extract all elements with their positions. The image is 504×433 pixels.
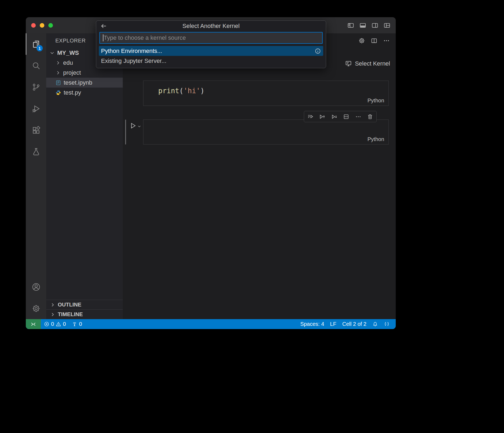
activity-settings[interactable] bbox=[26, 298, 46, 319]
notebook-cell-2: Python bbox=[143, 120, 389, 145]
run-icon bbox=[129, 122, 137, 129]
explorer-sidebar: EXPLORER MY_WS edu project teset.ipynb bbox=[46, 33, 123, 319]
notifications-button[interactable] bbox=[369, 319, 381, 329]
section-timeline[interactable]: TIMELINE bbox=[46, 309, 123, 319]
split-editor-icon[interactable] bbox=[371, 37, 377, 44]
kernel-source-input[interactable] bbox=[100, 33, 322, 43]
editor-actions bbox=[358, 37, 390, 44]
kernel-quick-pick: Select Another Kernel Python Environment… bbox=[96, 20, 326, 68]
execute-cell-and-below-icon[interactable] bbox=[331, 114, 337, 120]
notebook-cell-1: print('hi') Python bbox=[143, 81, 389, 106]
quick-pick-title: Select Another Kernel bbox=[182, 23, 240, 30]
minimize-window-button[interactable] bbox=[40, 23, 44, 28]
run-cell-button[interactable] bbox=[129, 122, 141, 129]
cell-language-picker[interactable]: Python bbox=[368, 98, 384, 104]
language-status-button[interactable] bbox=[381, 319, 393, 329]
text-caret bbox=[103, 34, 103, 41]
more-cell-actions-icon[interactable] bbox=[355, 114, 361, 120]
notebook-file-icon bbox=[55, 80, 61, 86]
extensions-icon bbox=[32, 126, 41, 135]
layout-controls bbox=[347, 22, 390, 29]
chevron-down-icon bbox=[49, 50, 55, 56]
error-count: 0 bbox=[51, 321, 54, 327]
warning-icon bbox=[56, 321, 61, 327]
warning-count: 0 bbox=[63, 321, 66, 327]
quick-pick-item-python-environments[interactable]: Python Environments... bbox=[99, 46, 323, 56]
execute-above-icon[interactable] bbox=[307, 114, 314, 120]
bell-icon bbox=[372, 321, 378, 327]
kernel-icon bbox=[345, 60, 352, 67]
activity-source-control[interactable] bbox=[26, 76, 46, 98]
more-actions-icon[interactable] bbox=[383, 37, 390, 44]
indent-indicator[interactable]: Spaces: 4 bbox=[297, 319, 327, 329]
chevron-right-icon bbox=[50, 302, 55, 308]
tree-item-project[interactable]: project bbox=[46, 68, 123, 78]
quick-pick-input-wrap bbox=[99, 32, 323, 44]
quick-pick-item-label: Existing Jupyter Server... bbox=[101, 57, 166, 64]
account-icon bbox=[32, 283, 41, 291]
code-token: ( bbox=[179, 87, 183, 95]
toggle-panel-icon[interactable] bbox=[359, 22, 366, 29]
code-token: 'hi' bbox=[183, 87, 200, 95]
info-icon[interactable] bbox=[315, 48, 321, 54]
eol-label: LF bbox=[330, 321, 336, 327]
cell-position-label: Cell 2 of 2 bbox=[342, 321, 366, 327]
sidebar-bottom-sections: OUTLINE TIMELINE bbox=[46, 300, 123, 319]
chevron-right-icon bbox=[55, 60, 61, 66]
activity-accounts[interactable] bbox=[26, 276, 46, 298]
activity-bar: 1 bbox=[26, 33, 46, 319]
chevron-right-icon bbox=[50, 312, 55, 317]
activity-run-debug[interactable] bbox=[26, 98, 46, 119]
toggle-primary-sidebar-icon[interactable] bbox=[347, 22, 354, 29]
file-label: teset.ipynb bbox=[64, 79, 92, 86]
zoom-window-button[interactable] bbox=[48, 23, 53, 28]
section-label: OUTLINE bbox=[58, 302, 81, 308]
remote-indicator[interactable] bbox=[26, 319, 41, 329]
tree-item-test-py[interactable]: test.py bbox=[46, 88, 123, 98]
error-icon bbox=[44, 321, 49, 327]
notebook-editor: Select Kernel print('hi') Python bbox=[123, 33, 396, 319]
select-kernel-button[interactable]: Select Kernel bbox=[345, 60, 390, 67]
notebook-settings-gear-icon[interactable] bbox=[358, 37, 365, 44]
activity-testing[interactable] bbox=[26, 141, 46, 162]
explorer-badge: 1 bbox=[37, 45, 43, 51]
quick-pick-item-existing-jupyter-server[interactable]: Existing Jupyter Server... bbox=[99, 56, 323, 66]
cell-position-indicator[interactable]: Cell 2 of 2 bbox=[339, 319, 369, 329]
vscode-window: 1 bbox=[26, 17, 396, 329]
customize-layout-icon[interactable] bbox=[384, 22, 390, 29]
close-window-button[interactable] bbox=[31, 23, 36, 28]
braces-icon bbox=[384, 321, 390, 327]
tree-item-teset-ipynb[interactable]: teset.ipynb bbox=[46, 78, 123, 88]
execute-cell-and-above-icon[interactable] bbox=[319, 114, 325, 120]
section-outline[interactable]: OUTLINE bbox=[46, 300, 123, 309]
toggle-secondary-sidebar-icon[interactable] bbox=[372, 22, 378, 29]
code-token: print bbox=[158, 87, 179, 95]
remote-icon bbox=[30, 321, 36, 327]
cell-focus-indicator bbox=[125, 120, 126, 145]
folder-label: project bbox=[63, 69, 81, 76]
select-kernel-label: Select Kernel bbox=[355, 60, 390, 67]
ports-count: 0 bbox=[79, 321, 82, 327]
folder-label: edu bbox=[63, 59, 73, 66]
section-label: TIMELINE bbox=[58, 311, 83, 317]
cell-1-code[interactable]: print('hi') bbox=[143, 81, 388, 95]
code-token: ) bbox=[200, 87, 205, 95]
cell-language-picker[interactable]: Python bbox=[368, 136, 384, 142]
split-cell-icon[interactable] bbox=[343, 114, 349, 120]
quick-pick-header: Select Another Kernel bbox=[96, 21, 326, 31]
activity-explorer[interactable]: 1 bbox=[26, 33, 46, 55]
problems-indicator[interactable]: 0 0 bbox=[41, 319, 69, 329]
run-options-chevron-icon bbox=[137, 124, 141, 128]
search-icon bbox=[32, 61, 41, 70]
delete-cell-icon[interactable] bbox=[367, 114, 373, 120]
activity-extensions[interactable] bbox=[26, 119, 46, 141]
activity-bar-spacer bbox=[26, 162, 46, 276]
eol-indicator[interactable]: LF bbox=[327, 319, 339, 329]
workspace-label: MY_WS bbox=[57, 49, 79, 56]
ports-indicator[interactable]: 0 bbox=[69, 319, 85, 329]
indent-label: Spaces: 4 bbox=[300, 321, 324, 327]
activity-search[interactable] bbox=[26, 55, 46, 76]
cell-toolbar bbox=[304, 111, 377, 122]
back-arrow-icon[interactable] bbox=[100, 23, 107, 29]
broadcast-icon bbox=[72, 321, 77, 327]
